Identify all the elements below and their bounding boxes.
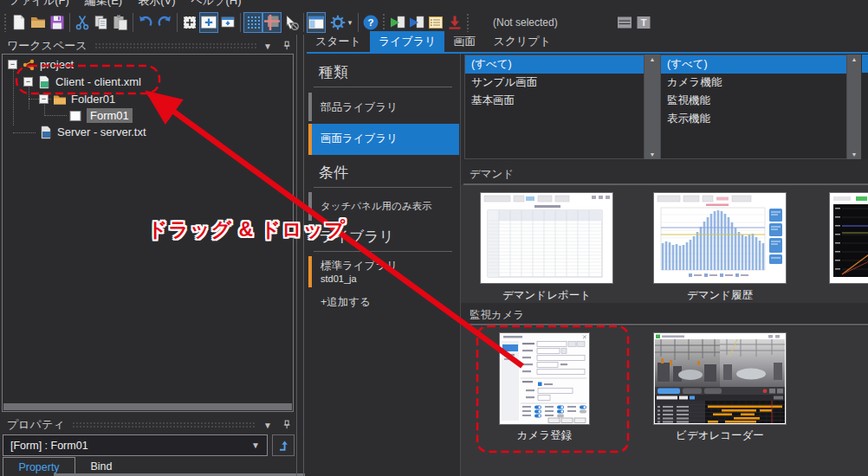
form-icon [68, 109, 82, 123]
camera-registration-preview [500, 333, 589, 424]
tree-item-label: Server - server.txt [57, 125, 146, 138]
list-item[interactable]: カメラ機能 [661, 74, 846, 92]
list-item[interactable]: 表示機能 [661, 110, 846, 128]
jump-to-parent-button[interactable] [272, 434, 295, 456]
tree-item-client[interactable]: − Client - client.xml [23, 74, 141, 90]
kind-heading: 種類 [319, 62, 348, 82]
tab-start[interactable]: スタート [307, 31, 370, 53]
app-window: ファイル(F) 編集(E) 表示(V) ヘルプ(H) ▾ ? [0, 0, 868, 476]
tab-bind-label: Bind [90, 460, 112, 473]
row-layout-icon[interactable] [615, 12, 634, 33]
thumbnail-camera-registration[interactable] [500, 333, 589, 424]
tree-item-label: Form01 [87, 108, 133, 123]
section-title-demand: デマンド [470, 167, 514, 182]
pin-icon[interactable] [281, 418, 293, 432]
expander-icon[interactable]: − [23, 77, 33, 87]
panel-splitter[interactable] [303, 35, 304, 476]
svg-text:?: ? [367, 17, 373, 28]
run-screen-icon[interactable] [388, 12, 407, 33]
help-icon[interactable]: ? [361, 12, 380, 33]
text-tool-icon[interactable]: T [634, 12, 653, 33]
menu-edit[interactable]: 編集(E) [85, 0, 122, 9]
thumbnail-label: デマンドレポート [481, 288, 612, 303]
list-item[interactable]: サンプル画面 [465, 74, 644, 92]
undo-icon[interactable] [136, 12, 155, 33]
copy-icon[interactable] [92, 12, 111, 33]
panel-splitter[interactable] [296, 35, 297, 476]
grid-toggle-icon[interactable] [243, 12, 262, 33]
function-list-scrollbar[interactable]: ▲▼ [847, 55, 861, 159]
save-icon[interactable] [48, 12, 67, 33]
tree-item-server[interactable]: Server - server.txt [39, 124, 146, 140]
list-item[interactable]: (すべて) [465, 55, 644, 74]
add-library-button[interactable]: +追加する [321, 295, 371, 310]
select-disabled-icon[interactable] [282, 12, 301, 33]
tree-horizontal-scrollbar[interactable] [3, 403, 292, 410]
snap-cross-icon[interactable] [262, 12, 282, 33]
cut-icon[interactable] [73, 12, 92, 33]
properties-title: プロパティ [7, 417, 65, 433]
new-window-icon[interactable] [199, 12, 218, 33]
svg-text:T: T [640, 17, 646, 28]
tab-screen[interactable]: 画面 [444, 31, 484, 53]
window-layout-icon[interactable] [307, 12, 326, 33]
thumbnail-label: ビデオレコーダー [654, 428, 786, 443]
list-item[interactable]: 監視機能 [661, 92, 846, 110]
client-file-icon [37, 75, 51, 89]
paste-icon[interactable] [111, 12, 130, 33]
workspace-panel-header: ワークスペース ▼ [7, 38, 293, 54]
tree-item-label: project [40, 58, 74, 71]
clipped-chart-preview [830, 193, 868, 283]
screen-list-icon[interactable] [426, 12, 445, 33]
tree-item-form01[interactable]: Form01 [68, 107, 133, 124]
new-file-icon[interactable] [10, 12, 29, 33]
menu-bar: ファイル(F) 編集(E) 表示(V) ヘルプ(H) [0, 0, 868, 10]
thumbnail-video-recorder[interactable] [654, 333, 786, 424]
tree-item-folder01[interactable]: − Folder01 [39, 91, 115, 107]
expander-icon[interactable]: − [8, 60, 17, 69]
expander-icon[interactable]: − [39, 94, 49, 104]
tab-library[interactable]: ライブラリ [370, 31, 445, 53]
thumbnail-clipped-chart[interactable] [830, 193, 868, 283]
new-window-small-icon[interactable] [218, 12, 237, 33]
list-item[interactable]: 基本画面 [465, 92, 644, 110]
settings-gear-icon[interactable]: ▾ [326, 12, 355, 33]
category-list-scrollbar[interactable]: ▲▼ [645, 55, 660, 159]
redo-icon[interactable] [155, 12, 174, 33]
kind-item-screen-library[interactable]: 画面ライブラリ [308, 124, 459, 155]
pin-icon[interactable] [281, 39, 293, 53]
menu-view[interactable]: 表示(V) [138, 0, 175, 9]
tab-script[interactable]: スクリプト [484, 31, 560, 53]
demand-report-preview [481, 193, 612, 283]
library-item-subtitle: std01_ja [321, 273, 398, 284]
property-target-select[interactable]: [Form] : Form01 ▼ [3, 434, 268, 456]
library-item-standard[interactable]: 標準ライブラリ std01_ja [308, 256, 459, 287]
menu-help[interactable]: ヘルプ(H) [191, 0, 242, 9]
thumbnail-demand-report[interactable] [481, 193, 612, 283]
properties-collapse-icon[interactable]: ▼ [263, 421, 272, 430]
export-screen-icon[interactable] [407, 12, 426, 33]
tree-item-label: Folder01 [71, 93, 115, 106]
toolbar-gripper[interactable] [3, 13, 8, 32]
kind-item-parts-library[interactable]: 部品ライブラリ [308, 93, 459, 121]
folder-icon [53, 93, 67, 106]
tree-item-label: Client - client.xml [55, 75, 141, 88]
demand-history-preview [654, 193, 786, 283]
function-list: (すべて) カメラ機能 監視機能 表示機能 [660, 55, 847, 159]
thumbnail-label: カメラ登録 [500, 428, 589, 443]
main-tab-strip: スタート ライブラリ 画面 スクリプト [307, 35, 560, 53]
clipped-list-edge [862, 55, 868, 159]
tree-item-project[interactable]: − project [8, 56, 74, 73]
thumbnail-label: デマンド履歴 [654, 288, 786, 303]
library-item-title: 標準ライブラリ [321, 259, 398, 273]
download-icon[interactable] [445, 12, 464, 33]
list-item[interactable]: (すべて) [661, 55, 846, 74]
open-folder-icon[interactable] [29, 12, 48, 33]
menu-file[interactable]: ファイル(F) [9, 0, 69, 9]
workspace-title: ワークスペース [7, 38, 87, 54]
snap-settings-icon[interactable] [180, 12, 199, 33]
thumbnail-demand-history[interactable] [654, 193, 786, 283]
workspace-collapse-icon[interactable]: ▼ [263, 42, 272, 51]
kind-item-label: 部品ライブラリ [312, 93, 398, 121]
section-title-camera: 監視カメラ [470, 308, 524, 323]
